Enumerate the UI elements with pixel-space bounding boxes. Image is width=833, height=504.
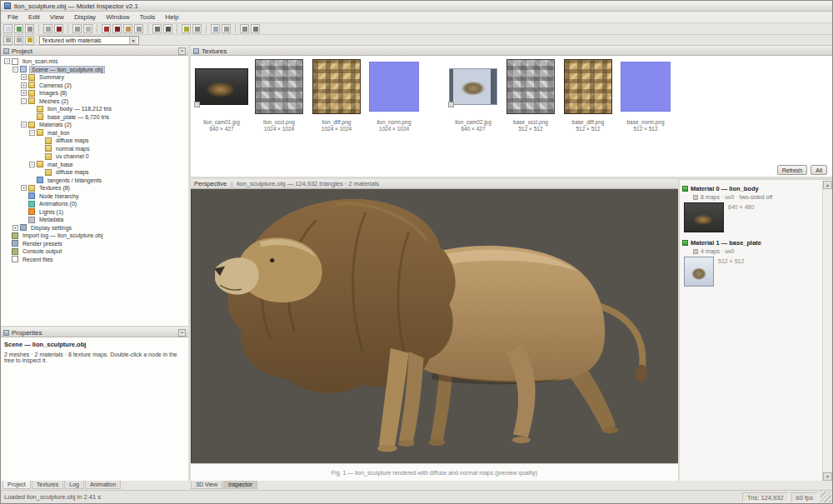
- chevron-down-icon[interactable]: ▾: [129, 37, 137, 44]
- toolbar-separator: [235, 24, 236, 33]
- texture-thumbnail[interactable]: [449, 68, 497, 105]
- wireframe-icon[interactable]: [102, 24, 111, 33]
- grid-icon-glyph: [155, 27, 160, 32]
- menu-edit[interactable]: Edit: [23, 12, 45, 22]
- tree-row-summary[interactable]: +Summary: [1, 73, 188, 82]
- dock-tab-project[interactable]: Project: [2, 481, 31, 489]
- tree-expander-icon[interactable]: −: [29, 162, 35, 167]
- tree-expander-icon[interactable]: +: [21, 74, 27, 80]
- tree-expander-icon[interactable]: +: [21, 185, 27, 191]
- play-icon[interactable]: [3, 36, 12, 45]
- tree-row-uv-channel-0[interactable]: uv channel 0: [1, 152, 188, 161]
- dock-tab-textures[interactable]: Textures: [32, 481, 63, 489]
- scroll-up-icon[interactable]: ▲: [823, 181, 832, 189]
- loop-icon[interactable]: [25, 36, 34, 45]
- all-button[interactable]: All: [811, 165, 827, 175]
- shaded-icon[interactable]: [112, 24, 122, 33]
- tree-row-display-settings[interactable]: +Display settings: [1, 224, 188, 232]
- tree-row-diffuse-maps[interactable]: diffuse maps: [1, 137, 188, 145]
- textured-icon[interactable]: [123, 24, 132, 33]
- 3d-viewport[interactable]: [191, 189, 678, 463]
- import-icon[interactable]: [72, 24, 82, 33]
- material-section-header[interactable]: Material 0 — lion_body: [682, 185, 821, 192]
- menu-window[interactable]: Window: [101, 12, 134, 22]
- tree-row-scene-lion-sculpture-obj[interactable]: −Scene — lion_sculpture.obj: [1, 66, 188, 74]
- texture-thumbnail[interactable]: [255, 59, 303, 114]
- tree-row-diffuse-maps[interactable]: diffuse maps: [1, 168, 188, 177]
- tree-row-lion-body-118-212-tris[interactable]: lion_body — 118,212 tris: [1, 105, 188, 113]
- tree-expander-icon[interactable]: −: [29, 130, 35, 136]
- texture-thumbnail[interactable]: [195, 68, 248, 105]
- tree-expander-icon[interactable]: +: [21, 82, 27, 88]
- tree-row-lights-1[interactable]: Lights (1): [1, 208, 188, 217]
- texture-thumbnail[interactable]: [369, 62, 419, 112]
- lighting-icon[interactable]: [134, 24, 143, 33]
- texture-thumbnail[interactable]: [564, 59, 612, 114]
- tree-row-node-hierarchy[interactable]: Node hierarchy: [1, 192, 188, 201]
- new-file-icon[interactable]: [3, 24, 12, 33]
- tree-expander-icon[interactable]: +: [21, 90, 27, 96]
- tree-expander-icon[interactable]: +: [12, 225, 18, 231]
- tree-row-animations-0[interactable]: Animations (0): [1, 200, 188, 208]
- tree-row-lion-scan-mis[interactable]: −lion_scan.mis: [1, 57, 188, 66]
- normals-icon[interactable]: [192, 24, 202, 33]
- screenshot-icon[interactable]: [240, 24, 249, 33]
- tree-row-console-output[interactable]: Console output: [1, 247, 188, 256]
- tree-expander-icon[interactable]: −: [21, 98, 27, 104]
- menu-tools[interactable]: Tools: [135, 12, 161, 22]
- material-section-header[interactable]: Material 1 — base_plate: [682, 239, 821, 247]
- save-file-icon[interactable]: [25, 24, 34, 33]
- tree-expander-icon[interactable]: −: [4, 58, 10, 64]
- axes-icon[interactable]: [163, 24, 172, 33]
- tree-row-materials-2[interactable]: −Materials (2): [1, 121, 188, 129]
- dock-tab-log[interactable]: Log: [64, 481, 84, 489]
- pause-icon[interactable]: [14, 36, 23, 45]
- tree-expander-icon[interactable]: −: [21, 122, 27, 127]
- camera-icon[interactable]: [211, 24, 220, 33]
- settings-icon[interactable]: [251, 24, 260, 33]
- viewport-tab-inspector[interactable]: Inspector: [223, 481, 257, 489]
- open-file-icon[interactable]: [14, 24, 23, 33]
- reset-view-icon[interactable]: [222, 24, 231, 33]
- tree-row-mat-base[interactable]: −mat_base: [1, 161, 188, 169]
- close-icon[interactable]: ×: [178, 47, 186, 55]
- toolbar-separator: [147, 24, 148, 33]
- bounding-box-icon[interactable]: [182, 24, 191, 33]
- dock-tab-animation[interactable]: Animation: [85, 481, 121, 489]
- tree-row-mat-lion[interactable]: −mat_lion: [1, 129, 188, 137]
- texture-thumbnail[interactable]: [312, 59, 361, 114]
- menu-view[interactable]: View: [45, 12, 69, 22]
- menu-file[interactable]: File: [2, 12, 23, 22]
- render-mode-combobox[interactable]: Textured with materials ▾: [39, 36, 139, 45]
- menu-help[interactable]: Help: [160, 12, 183, 22]
- tree-row-textures-8[interactable]: +Textures (8): [1, 184, 188, 192]
- texture-thumbnail[interactable]: [506, 59, 555, 114]
- close-icon[interactable]: ×: [178, 329, 186, 337]
- tree-row-base-plate-6-720-tris[interactable]: base_plate — 6,720 tris: [1, 113, 188, 122]
- tree-row-normal-maps[interactable]: normal maps: [1, 145, 188, 153]
- tree-row-tangents-bitangents[interactable]: tangents / bitangents: [1, 177, 188, 185]
- export-icon[interactable]: [83, 24, 92, 33]
- redo-icon[interactable]: [54, 24, 63, 33]
- texture-thumbnail[interactable]: [621, 62, 671, 112]
- tree-row-metadata[interactable]: Metadata: [1, 216, 188, 224]
- material-preview-thumbnail[interactable]: [684, 202, 724, 232]
- scroll-down-icon[interactable]: ▼: [823, 472, 832, 481]
- tree-row-meshes-2[interactable]: −Meshes (2): [1, 97, 188, 106]
- viewport-tab-3d-view[interactable]: 3D View: [191, 481, 222, 489]
- texture-name: lion_cam02.jpg: [455, 119, 491, 126]
- refresh-button[interactable]: Refresh: [777, 165, 808, 175]
- tree-row-images-8[interactable]: +Images (8): [1, 89, 188, 97]
- undo-icon[interactable]: [43, 24, 52, 33]
- scrollbar[interactable]: ▲ ▼: [822, 181, 832, 481]
- tree-row-recent-files[interactable]: Recent files: [1, 256, 188, 264]
- lion-model[interactable]: [192, 189, 678, 463]
- material-preview-thumbnail[interactable]: [684, 257, 714, 287]
- grid-icon[interactable]: [152, 24, 162, 33]
- tree-expander-icon[interactable]: −: [12, 67, 18, 72]
- tree-row-render-presets[interactable]: Render presets: [1, 240, 188, 248]
- resize-grip-icon[interactable]: [821, 492, 831, 502]
- menu-display[interactable]: Display: [69, 12, 101, 22]
- tree-row-import-log-lion-sculpture-obj[interactable]: Import log — lion_sculpture.obj: [1, 232, 188, 240]
- tree-row-cameras-2[interactable]: +Cameras (2): [1, 82, 188, 90]
